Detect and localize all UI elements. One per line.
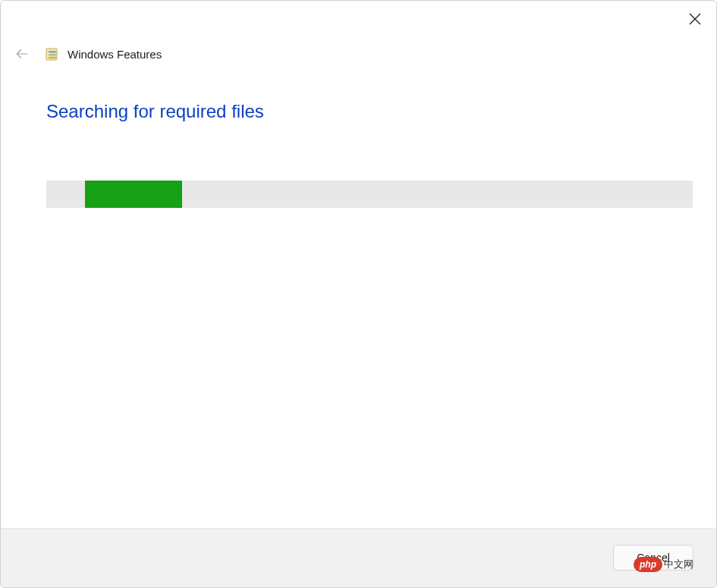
svg-rect-5 xyxy=(49,54,56,56)
footer-bar: Cancel xyxy=(1,528,716,587)
status-heading: Searching for required files xyxy=(46,101,264,122)
back-button xyxy=(13,45,31,63)
svg-rect-6 xyxy=(49,57,56,58)
back-arrow-icon xyxy=(15,47,29,61)
windows-features-icon xyxy=(45,46,60,61)
progress-bar xyxy=(46,181,693,208)
title-wrap: Windows Features xyxy=(45,46,162,61)
close-button[interactable] xyxy=(683,7,707,31)
header-row: Windows Features xyxy=(13,45,162,63)
svg-rect-4 xyxy=(49,51,56,53)
close-icon xyxy=(689,13,701,25)
progress-fill xyxy=(85,181,182,208)
window-title: Windows Features xyxy=(68,48,162,61)
cancel-button[interactable]: Cancel xyxy=(613,545,693,571)
